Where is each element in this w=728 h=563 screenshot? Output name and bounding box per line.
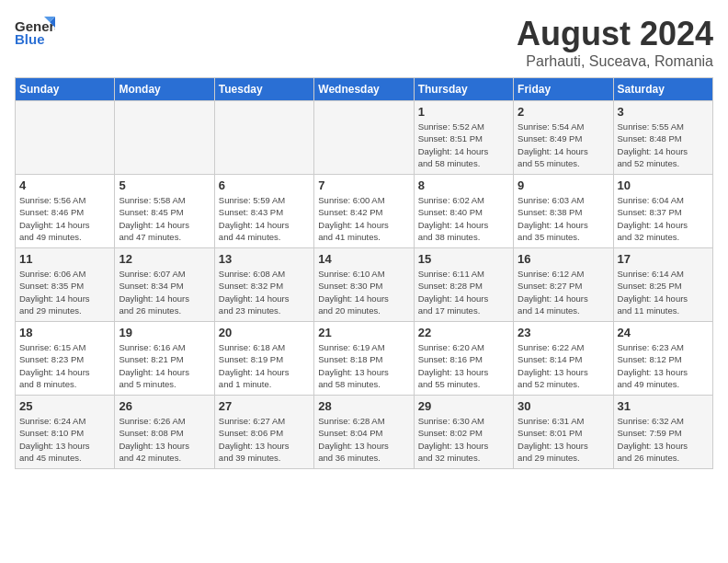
day-info: Sunrise: 6:18 AM Sunset: 8:19 PM Dayligh… bbox=[219, 341, 310, 390]
calendar-week-row: 18Sunrise: 6:15 AM Sunset: 8:23 PM Dayli… bbox=[16, 322, 713, 396]
month-year-title: August 2024 bbox=[517, 15, 713, 53]
day-info: Sunrise: 5:59 AM Sunset: 8:43 PM Dayligh… bbox=[219, 194, 310, 243]
calendar-cell: 25Sunrise: 6:24 AM Sunset: 8:10 PM Dayli… bbox=[16, 396, 115, 469]
day-number: 11 bbox=[19, 252, 110, 266]
day-info: Sunrise: 6:15 AM Sunset: 8:23 PM Dayligh… bbox=[19, 341, 110, 390]
day-number: 22 bbox=[418, 326, 509, 339]
day-number: 1 bbox=[418, 105, 509, 119]
day-number: 8 bbox=[418, 178, 509, 192]
calendar-cell: 19Sunrise: 6:16 AM Sunset: 8:21 PM Dayli… bbox=[115, 322, 214, 396]
day-info: Sunrise: 5:55 AM Sunset: 8:48 PM Dayligh… bbox=[618, 121, 709, 169]
day-number: 14 bbox=[318, 252, 409, 266]
day-info: Sunrise: 5:56 AM Sunset: 8:46 PM Dayligh… bbox=[19, 194, 110, 243]
day-info: Sunrise: 6:16 AM Sunset: 8:21 PM Dayligh… bbox=[119, 341, 210, 390]
logo-icon: General Blue bbox=[15, 15, 55, 48]
calendar-cell: 23Sunrise: 6:22 AM Sunset: 8:14 PM Dayli… bbox=[514, 322, 613, 396]
day-number: 10 bbox=[618, 178, 709, 192]
day-info: Sunrise: 6:00 AM Sunset: 8:42 PM Dayligh… bbox=[318, 194, 409, 243]
day-info: Sunrise: 6:12 AM Sunset: 8:27 PM Dayligh… bbox=[518, 268, 609, 316]
day-number: 25 bbox=[19, 399, 110, 413]
calendar-cell: 13Sunrise: 6:08 AM Sunset: 8:32 PM Dayli… bbox=[214, 248, 313, 322]
day-number: 27 bbox=[219, 399, 310, 413]
day-info: Sunrise: 6:26 AM Sunset: 8:08 PM Dayligh… bbox=[119, 415, 210, 464]
day-number: 5 bbox=[119, 178, 210, 192]
day-number: 3 bbox=[618, 105, 709, 119]
calendar-cell: 20Sunrise: 6:18 AM Sunset: 8:19 PM Dayli… bbox=[214, 322, 313, 396]
day-info: Sunrise: 6:03 AM Sunset: 8:38 PM Dayligh… bbox=[518, 194, 609, 243]
calendar-cell: 24Sunrise: 6:23 AM Sunset: 8:12 PM Dayli… bbox=[613, 322, 712, 396]
calendar-cell: 31Sunrise: 6:32 AM Sunset: 7:59 PM Dayli… bbox=[613, 396, 712, 469]
calendar-cell: 14Sunrise: 6:10 AM Sunset: 8:30 PM Dayli… bbox=[314, 248, 414, 322]
day-info: Sunrise: 6:10 AM Sunset: 8:30 PM Dayligh… bbox=[318, 268, 409, 316]
location-subtitle: Parhauti, Suceava, Romania bbox=[517, 53, 713, 70]
day-number: 26 bbox=[119, 399, 210, 413]
day-info: Sunrise: 6:28 AM Sunset: 8:04 PM Dayligh… bbox=[318, 415, 409, 464]
day-number: 20 bbox=[219, 326, 310, 339]
calendar-week-row: 11Sunrise: 6:06 AM Sunset: 8:35 PM Dayli… bbox=[16, 248, 713, 322]
day-info: Sunrise: 6:30 AM Sunset: 8:02 PM Dayligh… bbox=[418, 415, 509, 464]
day-info: Sunrise: 6:23 AM Sunset: 8:12 PM Dayligh… bbox=[618, 341, 709, 390]
calendar-cell: 1Sunrise: 5:52 AM Sunset: 8:51 PM Daylig… bbox=[414, 101, 513, 175]
calendar-cell: 8Sunrise: 6:02 AM Sunset: 8:40 PM Daylig… bbox=[414, 175, 513, 248]
day-number: 18 bbox=[19, 326, 110, 339]
day-info: Sunrise: 6:08 AM Sunset: 8:32 PM Dayligh… bbox=[219, 268, 310, 316]
calendar-cell: 3Sunrise: 5:55 AM Sunset: 8:48 PM Daylig… bbox=[613, 101, 712, 175]
day-info: Sunrise: 5:58 AM Sunset: 8:45 PM Dayligh… bbox=[119, 194, 210, 243]
day-info: Sunrise: 6:07 AM Sunset: 8:34 PM Dayligh… bbox=[119, 268, 210, 316]
day-info: Sunrise: 6:02 AM Sunset: 8:40 PM Dayligh… bbox=[418, 194, 509, 243]
day-info: Sunrise: 6:11 AM Sunset: 8:28 PM Dayligh… bbox=[418, 268, 509, 316]
calendar-cell bbox=[16, 101, 115, 175]
day-number: 15 bbox=[418, 252, 509, 266]
day-info: Sunrise: 6:22 AM Sunset: 8:14 PM Dayligh… bbox=[518, 341, 609, 390]
day-info: Sunrise: 5:54 AM Sunset: 8:49 PM Dayligh… bbox=[518, 121, 609, 169]
calendar-cell: 15Sunrise: 6:11 AM Sunset: 8:28 PM Dayli… bbox=[414, 248, 513, 322]
header-saturday: Saturday bbox=[613, 78, 712, 101]
header-sunday: Sunday bbox=[16, 78, 115, 101]
day-number: 21 bbox=[318, 326, 409, 339]
day-number: 29 bbox=[418, 399, 509, 413]
calendar-cell: 5Sunrise: 5:58 AM Sunset: 8:45 PM Daylig… bbox=[115, 175, 214, 248]
calendar-cell: 11Sunrise: 6:06 AM Sunset: 8:35 PM Dayli… bbox=[16, 248, 115, 322]
header-thursday: Thursday bbox=[414, 78, 513, 101]
day-info: Sunrise: 6:32 AM Sunset: 7:59 PM Dayligh… bbox=[618, 415, 709, 464]
day-number: 6 bbox=[219, 178, 310, 192]
calendar-week-row: 4Sunrise: 5:56 AM Sunset: 8:46 PM Daylig… bbox=[16, 175, 713, 248]
title-block: August 2024 Parhauti, Suceava, Romania bbox=[517, 15, 713, 70]
calendar-cell bbox=[115, 101, 214, 175]
day-info: Sunrise: 6:20 AM Sunset: 8:16 PM Dayligh… bbox=[418, 341, 509, 390]
calendar-cell: 18Sunrise: 6:15 AM Sunset: 8:23 PM Dayli… bbox=[16, 322, 115, 396]
day-number: 28 bbox=[318, 399, 409, 413]
header-friday: Friday bbox=[514, 78, 613, 101]
day-number: 23 bbox=[518, 326, 609, 339]
day-number: 19 bbox=[119, 326, 210, 339]
svg-text:Blue: Blue bbox=[15, 31, 45, 47]
header-tuesday: Tuesday bbox=[214, 78, 313, 101]
calendar-cell: 26Sunrise: 6:26 AM Sunset: 8:08 PM Dayli… bbox=[115, 396, 214, 469]
calendar-week-row: 25Sunrise: 6:24 AM Sunset: 8:10 PM Dayli… bbox=[16, 396, 713, 469]
day-info: Sunrise: 5:52 AM Sunset: 8:51 PM Dayligh… bbox=[418, 121, 509, 169]
calendar-cell: 2Sunrise: 5:54 AM Sunset: 8:49 PM Daylig… bbox=[514, 101, 613, 175]
calendar-cell: 21Sunrise: 6:19 AM Sunset: 8:18 PM Dayli… bbox=[314, 322, 414, 396]
day-number: 2 bbox=[518, 105, 609, 119]
calendar-header-row: SundayMondayTuesdayWednesdayThursdayFrid… bbox=[16, 78, 713, 101]
day-number: 17 bbox=[618, 252, 709, 266]
calendar-cell: 16Sunrise: 6:12 AM Sunset: 8:27 PM Dayli… bbox=[514, 248, 613, 322]
calendar-cell bbox=[214, 101, 313, 175]
calendar-table: SundayMondayTuesdayWednesdayThursdayFrid… bbox=[15, 77, 713, 469]
calendar-cell: 28Sunrise: 6:28 AM Sunset: 8:04 PM Dayli… bbox=[314, 396, 414, 469]
logo: General Blue bbox=[15, 15, 55, 48]
day-number: 16 bbox=[518, 252, 609, 266]
day-info: Sunrise: 6:31 AM Sunset: 8:01 PM Dayligh… bbox=[518, 415, 609, 464]
calendar-cell: 30Sunrise: 6:31 AM Sunset: 8:01 PM Dayli… bbox=[514, 396, 613, 469]
calendar-cell: 7Sunrise: 6:00 AM Sunset: 8:42 PM Daylig… bbox=[314, 175, 414, 248]
day-info: Sunrise: 6:06 AM Sunset: 8:35 PM Dayligh… bbox=[19, 268, 110, 316]
calendar-cell bbox=[314, 101, 414, 175]
day-number: 7 bbox=[318, 178, 409, 192]
day-info: Sunrise: 6:14 AM Sunset: 8:25 PM Dayligh… bbox=[618, 268, 709, 316]
header-wednesday: Wednesday bbox=[314, 78, 414, 101]
calendar-cell: 27Sunrise: 6:27 AM Sunset: 8:06 PM Dayli… bbox=[214, 396, 313, 469]
day-info: Sunrise: 6:19 AM Sunset: 8:18 PM Dayligh… bbox=[318, 341, 409, 390]
calendar-cell: 22Sunrise: 6:20 AM Sunset: 8:16 PM Dayli… bbox=[414, 322, 513, 396]
day-number: 4 bbox=[19, 178, 110, 192]
calendar-cell: 17Sunrise: 6:14 AM Sunset: 8:25 PM Dayli… bbox=[613, 248, 712, 322]
